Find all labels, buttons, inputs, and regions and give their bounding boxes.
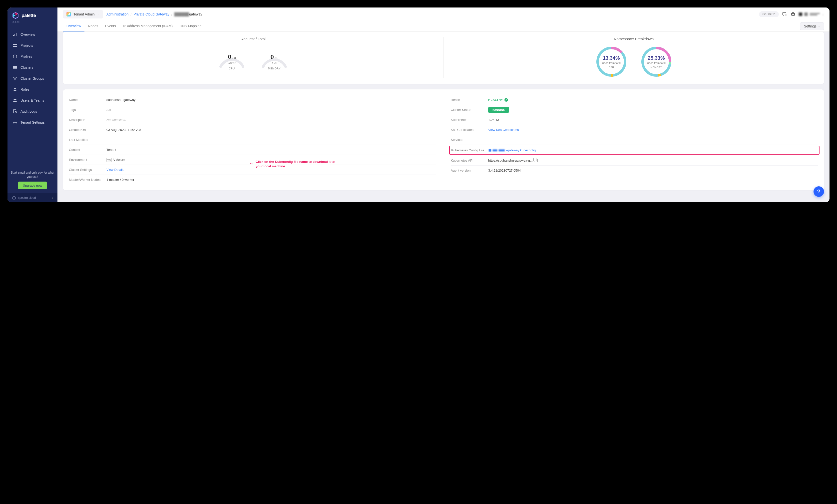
- nav-label: Profiles: [20, 54, 32, 58]
- chart-icon: [13, 33, 17, 36]
- logo: palette: [7, 7, 57, 20]
- nav-label: Roles: [20, 87, 30, 91]
- spectro-icon: [12, 196, 16, 200]
- nav-label: Audit Logs: [20, 109, 37, 113]
- palette-logo-icon: [12, 12, 19, 19]
- svg-rect-22: [69, 14, 69, 15]
- copy-icon[interactable]: [534, 159, 538, 162]
- nodes-value: 1 master / 0 worker: [106, 178, 436, 182]
- tenant-selector[interactable]: Tenant Admin ⌄: [63, 10, 103, 18]
- cluster-description: Not specified.: [106, 118, 436, 122]
- star-icon[interactable]: [791, 12, 795, 17]
- donut-cpu: 13.34% Used from total CPU: [595, 46, 628, 78]
- last-modified: -: [106, 138, 436, 142]
- svg-rect-21: [68, 14, 68, 15]
- svg-point-14: [14, 88, 16, 89]
- app-window: palette 3.4.96 Overview Projects Profile…: [7, 7, 830, 202]
- details-card: Namesudhanshu-gateway Tagsn/a Descriptio…: [63, 89, 824, 190]
- nav-label: Overview: [20, 33, 35, 36]
- sidebar-nav: Overview Projects Profiles Clusters Clus…: [7, 27, 57, 167]
- list-icon: [13, 66, 17, 69]
- metrics-namespace-breakdown: Namespace Breakdown 13.34% Used from tot…: [444, 37, 824, 78]
- tabbar: Overview Nodes Events IP Address Managem…: [57, 21, 830, 32]
- breadcrumb: Administration / Private Cloud Gateway /…: [106, 12, 202, 16]
- svg-rect-2: [16, 33, 17, 36]
- check-icon: ✓: [504, 98, 508, 102]
- user-icon: [13, 87, 17, 91]
- help-button[interactable]: ?: [814, 186, 824, 197]
- sidebar-item-roles[interactable]: Roles: [7, 84, 57, 95]
- settings-button[interactable]: Settings⌄: [800, 22, 824, 30]
- credits-pill[interactable]: 0/100kCh: [759, 11, 779, 17]
- agent-version: 3.4.21/20230727.0504: [488, 168, 818, 172]
- svg-point-7: [14, 55, 17, 56]
- svg-point-16: [15, 99, 17, 101]
- nodes-icon: [13, 76, 17, 80]
- upgrade-text: Start small and only pay for what you us…: [11, 170, 54, 179]
- search-doc-icon: [13, 109, 17, 113]
- k8s-version: 1.24.13: [488, 118, 818, 122]
- tab-dns[interactable]: DNS Mapping: [176, 21, 205, 32]
- metrics-request-total: Request / Total 0 / 0 Cores CPU 0 / 0 Gb: [63, 37, 444, 78]
- health-status: HEALTHY✓: [488, 98, 818, 102]
- created-on: 03 Aug, 2023, 11:54 AM: [106, 128, 436, 132]
- sidebar-item-projects[interactable]: Projects: [7, 40, 57, 51]
- nav-label: Clusters: [20, 66, 33, 69]
- chevron-down-icon: ⌄: [97, 13, 100, 16]
- tab-events[interactable]: Events: [102, 21, 120, 32]
- nav-label: Users & Teams: [20, 98, 44, 103]
- topbar: Tenant Admin ⌄ Administration / Private …: [57, 7, 830, 21]
- spectro-logo: spectro cloud: [12, 196, 36, 200]
- sidebar-item-audit-logs[interactable]: Audit Logs: [7, 106, 57, 117]
- main-content: Tenant Admin ⌄ Administration / Private …: [57, 7, 830, 202]
- gear-icon: [13, 120, 17, 124]
- svg-rect-9: [13, 67, 17, 68]
- svg-rect-10: [13, 68, 17, 69]
- chat-icon[interactable]: [782, 12, 787, 17]
- kubeconfig-row: Kubernetes Config File -gateway.kubeconf…: [449, 146, 820, 155]
- upgrade-box: Start small and only pay for what you us…: [7, 167, 57, 193]
- breadcrumb-admin[interactable]: Administration: [106, 12, 129, 16]
- collapse-icon[interactable]: ‹: [52, 196, 53, 199]
- tab-ipam[interactable]: IP Address Management (IPAM): [120, 21, 176, 32]
- sidebar-item-overview[interactable]: Overview: [7, 29, 57, 40]
- svg-rect-4: [15, 44, 17, 45]
- services-value: -: [488, 138, 818, 142]
- sidebar-item-tenant-settings[interactable]: Tenant Settings: [7, 117, 57, 128]
- context-value: Tenant: [106, 148, 436, 151]
- breadcrumb-current: ██████gateway: [174, 12, 202, 16]
- kubeconfig-download-link[interactable]: -gateway.kubeconfig: [489, 148, 818, 152]
- nav-label: Projects: [20, 43, 33, 48]
- sidebar-footer: spectro cloud ‹: [7, 193, 57, 202]
- svg-rect-0: [13, 35, 14, 36]
- cluster-status: RUNNING: [488, 108, 818, 112]
- svg-rect-23: [69, 13, 70, 15]
- svg-rect-3: [13, 44, 15, 45]
- sidebar-item-users-teams[interactable]: Users & Teams: [7, 95, 57, 106]
- donut-memory: 25.33% Used from total MEMORY: [640, 46, 673, 78]
- k8s-api-url: https://sudhanshu-gateway-q...: [488, 159, 818, 162]
- upgrade-button[interactable]: Upgrade now: [18, 182, 47, 189]
- sidebar-item-profiles[interactable]: Profiles: [7, 51, 57, 62]
- tenant-icon: [67, 12, 71, 17]
- tab-overview[interactable]: Overview: [63, 21, 85, 32]
- metrics-card: Request / Total 0 / 0 Cores CPU 0 / 0 Gb: [63, 32, 824, 84]
- gauge-memory: 0 / 0 Gb MEMORY: [259, 46, 289, 70]
- tenant-label: Tenant Admin: [73, 12, 95, 16]
- view-certs-link[interactable]: View K8s Certificates: [488, 128, 818, 132]
- svg-line-19: [16, 113, 17, 113]
- user-menu[interactable]: ⌄: [799, 13, 824, 16]
- tab-nodes[interactable]: Nodes: [85, 21, 102, 32]
- breadcrumb-pcg[interactable]: Private Cloud Gateway: [133, 12, 169, 16]
- sidebar-item-clusters[interactable]: Clusters: [7, 62, 57, 73]
- sidebar-item-cluster-groups[interactable]: Cluster Groups: [7, 73, 57, 84]
- svg-rect-8: [13, 66, 17, 67]
- cluster-name: sudhanshu-gateway: [106, 98, 436, 102]
- nav-label: Tenant Settings: [20, 120, 45, 124]
- svg-rect-5: [13, 46, 15, 47]
- svg-point-20: [15, 122, 16, 123]
- content-scroll[interactable]: Request / Total 0 / 0 Cores CPU 0 / 0 Gb: [57, 32, 830, 202]
- details-right-col: HealthHEALTHY✓ Cluster StatusRUNNING Kub…: [447, 95, 821, 184]
- cluster-tags: n/a: [106, 108, 436, 112]
- brand-name: palette: [21, 13, 36, 18]
